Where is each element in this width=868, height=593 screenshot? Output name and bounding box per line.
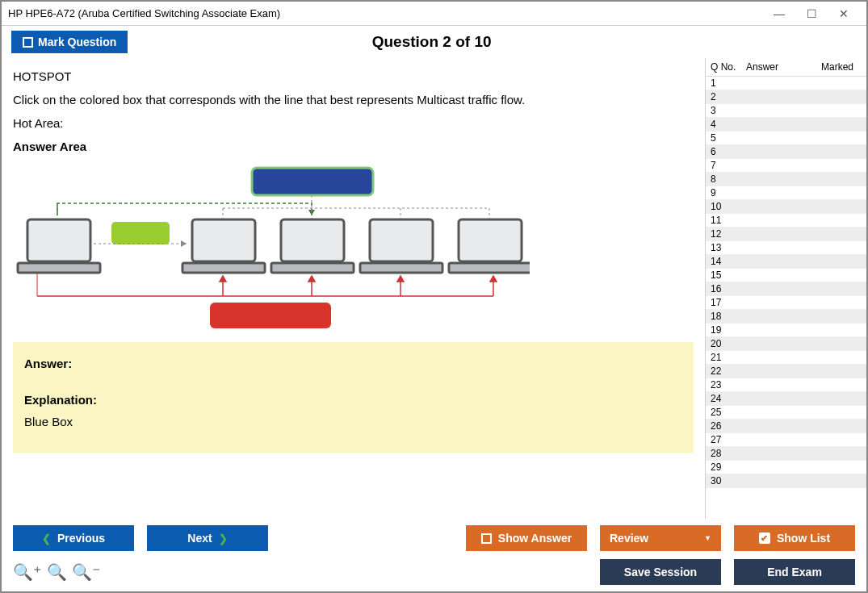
question-list-header: Q No. Answer Marked xyxy=(706,58,866,77)
question-row[interactable]: 12 xyxy=(706,228,866,241)
col-marked: Marked xyxy=(821,61,862,73)
svg-rect-13 xyxy=(27,219,90,261)
col-answer: Answer xyxy=(746,61,821,73)
question-row[interactable]: 28 xyxy=(706,447,866,461)
diagram-svg xyxy=(13,163,530,332)
explanation-label: Explanation: xyxy=(24,393,682,407)
question-row[interactable]: 13 xyxy=(706,241,866,255)
answer-area-label: Answer Area xyxy=(13,140,694,153)
question-row[interactable]: 6 xyxy=(706,145,866,159)
bottom-toolbar: ❮ Previous Next ❯ Show Answer Review ▼ ✔… xyxy=(2,519,866,591)
question-row[interactable]: 19 xyxy=(706,324,866,337)
question-type: HOTSPOT xyxy=(13,69,694,83)
explanation-text: Blue Box xyxy=(24,415,682,428)
zoom-reset-icon[interactable]: 🔍 xyxy=(47,562,67,582)
svg-rect-20 xyxy=(360,263,442,273)
check-icon: ✔ xyxy=(759,532,770,544)
zoom-in-icon[interactable]: 🔍⁺ xyxy=(13,562,42,582)
top-toolbar: Mark Question Question 2 of 10 xyxy=(2,26,866,58)
minimize-icon[interactable]: — xyxy=(763,7,795,20)
window-titlebar: HP HPE6-A72 (Aruba Certified Switching A… xyxy=(2,2,866,26)
question-row[interactable]: 3 xyxy=(706,104,866,118)
svg-rect-16 xyxy=(182,263,265,273)
svg-rect-15 xyxy=(192,219,255,261)
mark-question-label: Mark Question xyxy=(38,35,116,48)
question-row[interactable]: 4 xyxy=(706,118,866,132)
question-content: HOTSPOT Click on the colored box that co… xyxy=(2,58,705,519)
question-list[interactable]: 1234567891011121314151617181920212223242… xyxy=(706,77,866,519)
question-row[interactable]: 5 xyxy=(706,132,866,145)
hotspot-diagram[interactable] xyxy=(13,163,530,332)
show-answer-label: Show Answer xyxy=(498,532,572,545)
review-button[interactable]: Review ▼ xyxy=(600,525,721,551)
end-exam-label: End Exam xyxy=(767,566,822,578)
question-row[interactable]: 30 xyxy=(706,474,866,488)
previous-label: Previous xyxy=(57,532,105,545)
dropdown-icon: ▼ xyxy=(704,534,711,542)
chevron-right-icon: ❯ xyxy=(219,532,228,545)
question-list-panel: Q No. Answer Marked 12345678910111213141… xyxy=(705,58,866,519)
question-row[interactable]: 27 xyxy=(706,433,866,447)
chevron-left-icon: ❮ xyxy=(42,532,51,545)
laptop-icon xyxy=(360,219,442,273)
svg-rect-19 xyxy=(370,219,433,261)
save-session-button[interactable]: Save Session xyxy=(600,559,721,585)
laptop-icon xyxy=(182,219,265,273)
question-row[interactable]: 23 xyxy=(706,378,866,392)
laptop-icon xyxy=(18,219,100,273)
show-answer-button[interactable]: Show Answer xyxy=(466,525,587,551)
question-row[interactable]: 25 xyxy=(706,406,866,420)
next-label: Next xyxy=(187,532,212,545)
col-qno: Q No. xyxy=(711,61,746,73)
question-row[interactable]: 24 xyxy=(706,392,866,406)
previous-button[interactable]: ❮ Previous xyxy=(13,525,134,551)
question-counter: Question 2 of 10 xyxy=(128,33,736,51)
blue-hotspot xyxy=(252,168,373,195)
answer-explanation-panel: Answer: Explanation: Blue Box xyxy=(13,342,694,453)
question-row[interactable]: 8 xyxy=(706,173,866,186)
question-row[interactable]: 14 xyxy=(706,255,866,269)
question-row[interactable]: 9 xyxy=(706,186,866,200)
question-row[interactable]: 17 xyxy=(706,296,866,310)
question-row[interactable]: 11 xyxy=(706,214,866,228)
end-exam-button[interactable]: End Exam xyxy=(734,559,855,585)
svg-rect-18 xyxy=(271,263,354,273)
close-icon[interactable]: ✕ xyxy=(828,7,860,20)
answer-label: Answer: xyxy=(24,357,682,370)
next-button[interactable]: Next ❯ xyxy=(147,525,268,551)
zoom-out-icon[interactable]: 🔍⁻ xyxy=(72,562,101,582)
question-row[interactable]: 20 xyxy=(706,337,866,351)
question-row[interactable]: 21 xyxy=(706,351,866,365)
question-row[interactable]: 2 xyxy=(706,90,866,104)
question-row[interactable]: 26 xyxy=(706,420,866,433)
question-row[interactable]: 7 xyxy=(706,159,866,173)
window-title: HP HPE6-A72 (Aruba Certified Switching A… xyxy=(8,7,763,19)
question-row[interactable]: 29 xyxy=(706,461,866,474)
green-hotspot xyxy=(111,222,170,244)
review-label: Review xyxy=(610,532,648,545)
svg-rect-22 xyxy=(449,263,530,273)
checkbox-icon xyxy=(23,37,33,48)
question-row[interactable]: 18 xyxy=(706,310,866,324)
hot-area-label: Hot Area: xyxy=(13,116,694,130)
question-row[interactable]: 10 xyxy=(706,200,866,214)
svg-rect-17 xyxy=(281,219,344,261)
show-list-button[interactable]: ✔ Show List xyxy=(734,525,855,551)
zoom-controls: 🔍⁺ 🔍 🔍⁻ xyxy=(13,562,101,582)
question-row[interactable]: 22 xyxy=(706,365,866,378)
question-prompt: Click on the colored box that correspond… xyxy=(13,93,694,106)
svg-rect-14 xyxy=(18,263,100,273)
laptop-icon xyxy=(271,219,354,273)
red-hotspot xyxy=(210,303,331,328)
question-row[interactable]: 16 xyxy=(706,282,866,296)
question-row[interactable]: 15 xyxy=(706,269,866,282)
question-row[interactable]: 1 xyxy=(706,77,866,90)
mark-question-button[interactable]: Mark Question xyxy=(11,31,128,53)
show-list-label: Show List xyxy=(777,532,830,545)
save-session-label: Save Session xyxy=(624,566,697,578)
maximize-icon[interactable]: ☐ xyxy=(795,7,828,20)
svg-rect-21 xyxy=(459,219,522,261)
checkbox-icon xyxy=(481,533,492,544)
laptop-icon xyxy=(449,219,530,273)
